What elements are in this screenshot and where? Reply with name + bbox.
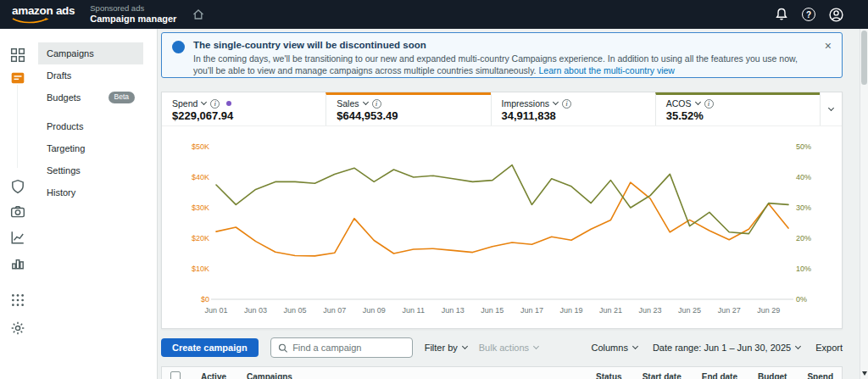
filter-by-dropdown[interactable]: Filter by — [425, 343, 467, 353]
date-range-dropdown[interactable]: Date range: Jun 1 – Jun 30, 2025 — [653, 343, 800, 353]
svg-text:Jun 09: Jun 09 — [363, 306, 386, 315]
help-icon[interactable] — [802, 8, 815, 21]
svg-text:Jun 01: Jun 01 — [204, 306, 227, 315]
svg-text:0%: 0% — [796, 295, 807, 304]
metric-tile-acos[interactable]: ACOS 35.52% — [655, 92, 820, 125]
toolbar-right: Columns Date range: Jun 1 – Jun 30, 2025… — [592, 343, 843, 353]
close-icon[interactable] — [825, 40, 832, 52]
dashboard-grid-icon[interactable] — [10, 47, 25, 63]
chart-area: $0$10K$20K$30K$40K$50K0%10%20%30%40%50%J… — [162, 126, 842, 328]
bulk-actions-dropdown[interactable]: Bulk actions — [479, 343, 538, 353]
chevron-down-icon[interactable] — [201, 99, 207, 105]
svg-text:Jun 11: Jun 11 — [403, 306, 425, 315]
gear-icon[interactable] — [10, 320, 25, 336]
chevron-down-icon[interactable] — [694, 99, 700, 105]
logo-text: amazon ads — [12, 5, 75, 17]
sidebar-item-drafts[interactable]: Drafts — [38, 64, 143, 86]
search-icon — [278, 343, 287, 354]
banner-title: The single-country view will be disconti… — [193, 40, 816, 50]
home-icon[interactable] — [192, 8, 205, 21]
column-header-budget[interactable]: Budget — [758, 372, 787, 379]
filter-by-label: Filter by — [425, 343, 458, 353]
info-icon[interactable] — [372, 99, 381, 109]
sidebar: Campaigns Drafts Budgets Beta Products T… — [0, 29, 158, 379]
amazon-ads-logo[interactable]: amazon ads — [12, 5, 75, 24]
export-label: Export — [815, 343, 843, 353]
svg-text:Jun 29: Jun 29 — [757, 306, 780, 315]
banner-text: The single-country view will be disconti… — [193, 40, 816, 70]
svg-text:40%: 40% — [796, 173, 811, 181]
sponsored-campaigns-icon[interactable] — [10, 70, 25, 86]
create-campaign-button[interactable]: Create campaign — [161, 338, 259, 357]
shield-icon[interactable] — [10, 179, 25, 194]
campaign-search[interactable] — [270, 337, 413, 358]
line-chart-icon[interactable] — [10, 230, 25, 245]
metric-value: $229,067.94 — [172, 109, 315, 122]
svg-text:$0: $0 — [201, 295, 209, 304]
account-icon[interactable] — [828, 7, 844, 23]
svg-text:Jun 21: Jun 21 — [599, 306, 622, 315]
metric-value: 34,911,838 — [502, 109, 645, 122]
svg-text:50%: 50% — [796, 142, 811, 151]
sidebar-item-campaigns[interactable]: Campaigns — [38, 42, 143, 64]
notifications-bell-icon[interactable] — [774, 7, 789, 22]
date-range-label: Date range: Jun 1 – Jun 30, 2025 — [653, 343, 791, 353]
svg-text:Jun 25: Jun 25 — [678, 306, 701, 315]
chevron-down-icon[interactable] — [553, 99, 559, 105]
bulk-actions-label: Bulk actions — [479, 343, 529, 353]
svg-text:Jun 19: Jun 19 — [559, 306, 582, 315]
discontinuation-banner: The single-country view will be disconti… — [161, 32, 843, 78]
apps-grid-icon[interactable] — [10, 293, 25, 308]
vertical-scrollbar[interactable] — [860, 29, 868, 379]
banner-body-text: In the coming days, we'll be transitioni… — [193, 53, 798, 75]
column-header-status[interactable]: Status — [596, 372, 622, 379]
chevron-down-icon[interactable] — [362, 99, 368, 105]
spend-color-dot — [226, 101, 231, 106]
column-header-start-date[interactable]: Start date — [643, 372, 682, 379]
multi-country-link[interactable]: Learn about the multi-country view — [538, 65, 675, 75]
sidebar-item-products[interactable]: Products — [38, 115, 143, 137]
bar-chart-icon[interactable] — [10, 255, 25, 270]
info-icon[interactable] — [210, 99, 220, 109]
svg-text:Jun 15: Jun 15 — [481, 306, 504, 315]
metric-tile-sales[interactable]: Sales $644,953.49 — [326, 92, 490, 125]
metric-value: $644,953.49 — [337, 109, 480, 122]
sidebar-item-targeting[interactable]: Targeting — [38, 137, 143, 159]
sidebar-item-history[interactable]: History — [38, 181, 143, 203]
info-icon — [172, 41, 185, 53]
chevron-down-icon — [632, 343, 638, 349]
sidebar-item-label: Targeting — [47, 143, 85, 153]
sidebar-item-label: History — [47, 187, 75, 198]
columns-dropdown[interactable]: Columns — [592, 343, 637, 353]
main-content: The single-country view will be disconti… — [158, 29, 860, 379]
metric-tile-impressions[interactable]: Impressions 34,911,838 — [491, 92, 655, 125]
select-all-checkbox[interactable] — [170, 371, 181, 379]
columns-label: Columns — [592, 343, 628, 353]
metric-label-row: Spend — [172, 98, 315, 109]
metrics-chart-card: Spend $229,067.94 Sales $644,953.49 Impr… — [161, 92, 843, 329]
column-header-campaigns[interactable]: Campaigns — [247, 372, 576, 379]
metric-label-row: ACOS — [666, 98, 810, 109]
info-icon[interactable] — [704, 99, 714, 109]
metric-tile-spend[interactable]: Spend $229,067.94 — [162, 92, 326, 125]
sidebar-item-label: Products — [47, 121, 83, 131]
scrollbar-down-arrow-icon[interactable] — [862, 371, 867, 376]
column-header-end-date[interactable]: End date — [702, 372, 737, 379]
export-button[interactable]: Export — [815, 343, 843, 353]
column-header-spend[interactable]: Spend — [807, 372, 833, 379]
metric-label: ACOS — [666, 98, 692, 109]
camera-icon[interactable] — [10, 204, 25, 220]
campaigns-toolbar: Create campaign Filter by Bulk actions C… — [161, 337, 843, 358]
search-input[interactable] — [292, 343, 405, 353]
info-icon[interactable] — [562, 99, 571, 109]
column-header-active[interactable]: Active — [201, 372, 226, 379]
metric-value: 35.52% — [666, 109, 810, 122]
metric-label-row: Sales — [337, 98, 480, 109]
metrics-chart: $0$10K$20K$30K$40K$50K0%10%20%30%40%50%J… — [167, 140, 828, 318]
sidebar-item-settings[interactable]: Settings — [38, 159, 143, 181]
svg-text:$40K: $40K — [192, 173, 209, 181]
scrollbar-thumb[interactable] — [861, 31, 867, 85]
metrics-expand-chevron[interactable] — [820, 92, 842, 125]
svg-text:Jun 23: Jun 23 — [639, 306, 662, 315]
sidebar-item-budgets[interactable]: Budgets Beta — [38, 86, 143, 109]
